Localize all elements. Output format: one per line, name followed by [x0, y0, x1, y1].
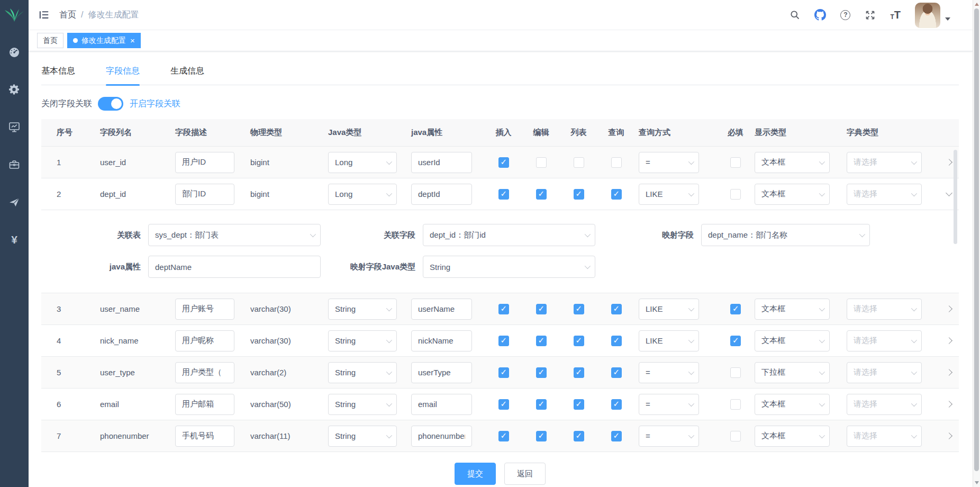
required-checkbox[interactable] — [730, 304, 741, 314]
dict-type-select[interactable]: 请选择 — [847, 299, 922, 320]
scrollbar-up-arrow[interactable] — [973, 1, 980, 8]
required-checkbox[interactable] — [730, 399, 741, 410]
display-type-select[interactable]: 文本框 — [755, 394, 830, 415]
sidebar-item-monitor[interactable] — [0, 108, 29, 146]
app-logo[interactable] — [0, 0, 29, 33]
field-description-input[interactable] — [175, 184, 234, 205]
required-checkbox[interactable] — [730, 157, 741, 168]
java-field-input[interactable] — [411, 362, 472, 383]
list-checkbox[interactable] — [574, 367, 584, 378]
required-checkbox[interactable] — [730, 189, 741, 200]
expand-row-arrow[interactable] — [946, 369, 952, 376]
scrollbar-thumb[interactable] — [974, 8, 979, 471]
java-type-select[interactable]: String — [328, 299, 397, 320]
query-checkbox[interactable] — [611, 431, 622, 441]
java-field-input[interactable] — [411, 184, 472, 205]
edit-checkbox[interactable] — [536, 157, 547, 168]
insert-checkbox[interactable] — [498, 431, 509, 441]
required-checkbox[interactable] — [730, 367, 741, 378]
tab-1[interactable]: 字段信息 — [106, 66, 140, 85]
query-checkbox[interactable] — [611, 189, 622, 200]
edit-checkbox[interactable] — [536, 367, 547, 378]
expand-row-arrow[interactable] — [946, 305, 952, 312]
sidebar-item-pay[interactable]: ¥ — [0, 221, 29, 258]
field-description-input[interactable] — [175, 299, 234, 320]
list-checkbox[interactable] — [574, 399, 584, 410]
field-description-input[interactable] — [175, 152, 234, 173]
list-checkbox[interactable] — [574, 157, 584, 168]
insert-checkbox[interactable] — [498, 336, 509, 346]
sidebar-toggle-button[interactable] — [37, 8, 51, 22]
java-type-select[interactable]: Long — [328, 152, 397, 173]
edit-checkbox[interactable] — [536, 399, 547, 410]
mapping-java-type-select[interactable]: String — [423, 256, 595, 278]
field-description-input[interactable] — [175, 426, 234, 447]
relation-switch[interactable] — [98, 97, 123, 111]
sidebar-item-system[interactable] — [0, 70, 29, 108]
query-type-select[interactable]: = — [639, 152, 699, 173]
page-scrollbar[interactable] — [973, 0, 980, 487]
relation-field-select[interactable]: dept_id：部门id — [423, 224, 595, 246]
list-checkbox[interactable] — [574, 336, 584, 346]
query-checkbox[interactable] — [611, 399, 622, 410]
dict-type-select[interactable]: 请选择 — [847, 394, 922, 415]
query-type-select[interactable]: = — [639, 394, 699, 415]
query-type-select[interactable]: LIKE — [639, 184, 699, 205]
dict-type-select[interactable]: 请选择 — [847, 426, 922, 447]
display-type-select[interactable]: 文本框 — [755, 426, 830, 447]
expand-row-arrow[interactable] — [946, 337, 952, 344]
relation-table-select[interactable]: sys_dept：部门表 — [148, 224, 321, 246]
table-scrollbar-thumb[interactable] — [954, 150, 957, 244]
expand-row-arrow[interactable] — [946, 432, 952, 439]
help-icon[interactable]: ? — [840, 10, 850, 20]
java-field-input[interactable] — [411, 330, 472, 351]
list-checkbox[interactable] — [574, 189, 584, 200]
expand-row-arrow[interactable] — [946, 159, 952, 166]
sidebar-item-dashboard[interactable] — [0, 33, 29, 70]
fullscreen-icon[interactable] — [865, 10, 876, 21]
tab-2[interactable]: 生成信息 — [170, 66, 204, 85]
insert-checkbox[interactable] — [498, 367, 509, 378]
query-checkbox[interactable] — [611, 304, 622, 314]
query-type-select[interactable]: = — [639, 362, 699, 383]
search-icon[interactable] — [790, 10, 800, 20]
java-type-select[interactable]: String — [328, 426, 397, 447]
tag-active-page[interactable]: 修改生成配置 × — [67, 33, 141, 48]
list-checkbox[interactable] — [574, 431, 584, 441]
java-field-input[interactable] — [411, 299, 472, 320]
dict-type-select[interactable]: 请选择 — [847, 152, 922, 173]
github-icon[interactable] — [814, 9, 826, 21]
tab-0[interactable]: 基本信息 — [41, 66, 75, 85]
query-type-select[interactable]: = — [639, 426, 699, 447]
breadcrumb-home[interactable]: 首页 — [59, 10, 76, 21]
field-description-input[interactable] — [175, 394, 234, 415]
field-description-input[interactable] — [175, 362, 234, 383]
edit-checkbox[interactable] — [536, 431, 547, 441]
field-description-input[interactable] — [175, 330, 234, 351]
display-type-select[interactable]: 文本框 — [755, 330, 830, 351]
insert-checkbox[interactable] — [498, 399, 509, 410]
user-avatar[interactable] — [915, 3, 940, 28]
display-type-select[interactable]: 下拉框 — [755, 362, 830, 383]
mapping-field-select[interactable]: dept_name：部门名称 — [701, 224, 870, 246]
insert-checkbox[interactable] — [498, 157, 509, 168]
required-checkbox[interactable] — [730, 431, 741, 441]
java-field-input[interactable] — [411, 152, 472, 173]
edit-checkbox[interactable] — [536, 304, 547, 314]
back-button[interactable]: 返回 — [504, 463, 546, 485]
submit-button[interactable]: 提交 — [455, 463, 496, 485]
dict-type-select[interactable]: 请选择 — [847, 184, 922, 205]
java-type-select[interactable]: String — [328, 330, 397, 351]
insert-checkbox[interactable] — [498, 304, 509, 314]
query-checkbox[interactable] — [611, 336, 622, 346]
query-checkbox[interactable] — [611, 367, 622, 378]
sidebar-item-tools[interactable] — [0, 146, 29, 183]
edit-checkbox[interactable] — [536, 336, 547, 346]
display-type-select[interactable]: 文本框 — [755, 299, 830, 320]
font-size-icon[interactable]: TT — [890, 10, 901, 20]
java-field-input[interactable] — [411, 394, 472, 415]
java-type-select[interactable]: Long — [328, 184, 397, 205]
display-type-select[interactable]: 文本框 — [755, 184, 830, 205]
expand-row-arrow[interactable] — [946, 190, 952, 196]
insert-checkbox[interactable] — [498, 189, 509, 200]
